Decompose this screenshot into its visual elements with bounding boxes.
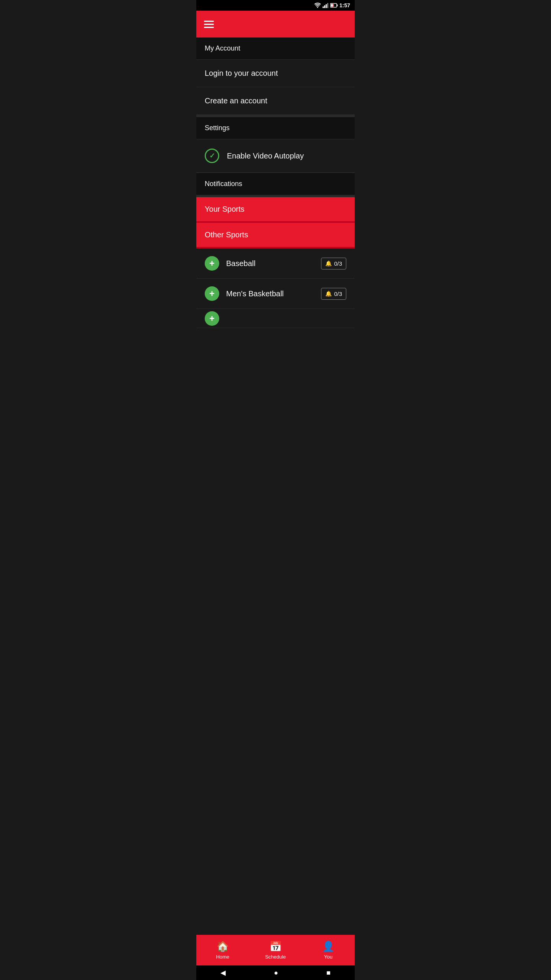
svg-rect-5 xyxy=(337,5,337,7)
content-area: My Account Login to your account Create … xyxy=(196,38,355,374)
svg-rect-1 xyxy=(324,5,325,8)
status-bar: 1:57 xyxy=(196,0,355,11)
status-time: 1:57 xyxy=(339,2,350,8)
app-header xyxy=(196,11,355,38)
baseball-badge-count: 0/3 xyxy=(334,260,342,267)
baseball-add-icon[interactable] xyxy=(205,256,219,271)
baseball-bell-icon: 🔔 xyxy=(325,260,332,266)
baseball-sport-item[interactable]: Baseball 🔔 0/3 xyxy=(196,248,355,279)
svg-rect-3 xyxy=(327,3,328,8)
battery-icon xyxy=(330,3,338,8)
basketball-bell-icon: 🔔 xyxy=(325,291,332,297)
settings-section-header: Settings xyxy=(196,115,355,139)
status-icons: 1:57 xyxy=(314,2,350,8)
your-sports-section[interactable]: Your Sports xyxy=(196,197,355,223)
autoplay-menu-item[interactable]: Enable Video Autoplay xyxy=(196,139,355,173)
create-account-menu-item[interactable]: Create an account xyxy=(196,87,355,115)
baseball-notification-badge[interactable]: 🔔 0/3 xyxy=(321,258,346,270)
basketball-add-icon[interactable] xyxy=(205,286,219,301)
wifi-icon xyxy=(314,3,321,8)
signal-icon xyxy=(323,3,329,8)
svg-rect-2 xyxy=(326,4,327,8)
basketball-sport-item[interactable]: Men's Basketball 🔔 0/3 xyxy=(196,279,355,309)
notifications-menu-item[interactable]: Notifications xyxy=(196,173,355,197)
basketball-notification-badge[interactable]: 🔔 0/3 xyxy=(321,288,346,300)
basketball-badge-count: 0/3 xyxy=(334,291,342,297)
autoplay-check-icon xyxy=(205,149,219,163)
svg-rect-0 xyxy=(323,7,324,8)
extra-sport-item[interactable] xyxy=(196,309,355,328)
baseball-sport-name: Baseball xyxy=(226,259,314,268)
hamburger-menu-button[interactable] xyxy=(204,21,214,28)
basketball-sport-name: Men's Basketball xyxy=(226,289,314,298)
login-menu-item[interactable]: Login to your account xyxy=(196,60,355,87)
extra-sport-add-icon[interactable] xyxy=(205,311,219,326)
other-sports-section[interactable]: Other Sports xyxy=(196,223,355,248)
my-account-section-header: My Account xyxy=(196,38,355,60)
